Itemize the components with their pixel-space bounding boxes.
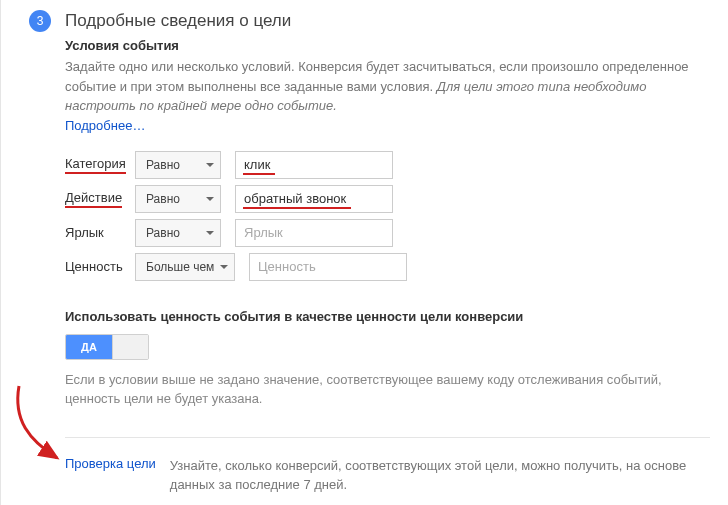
- condition-row-category: Категория Равно: [65, 151, 710, 179]
- caret-down-icon: [206, 163, 214, 167]
- learn-more-link[interactable]: Подробнее…: [65, 118, 145, 133]
- action-label: Действие: [65, 190, 135, 208]
- label-operator-select[interactable]: Равно: [135, 219, 221, 247]
- category-label: Категория: [65, 156, 135, 174]
- caret-down-icon: [220, 265, 228, 269]
- step-title: Подробные сведения о цели: [65, 11, 291, 31]
- caret-down-icon: [206, 197, 214, 201]
- toggle-off-segment: [112, 335, 148, 359]
- step-number-badge: 3: [29, 10, 51, 32]
- action-operator-value: Равно: [146, 192, 180, 206]
- toggle-on-label: ДА: [66, 335, 112, 359]
- value-label: Ценность: [65, 259, 135, 274]
- goal-details-panel: 3 Подробные сведения о цели Условия собы…: [0, 0, 728, 505]
- value-value-input[interactable]: [249, 253, 407, 281]
- label-label: Ярлык: [65, 225, 135, 240]
- value-operator-select[interactable]: Больше чем: [135, 253, 235, 281]
- event-conditions-subtitle: Условия события: [65, 38, 710, 53]
- condition-row-label: Ярлык Равно: [65, 219, 710, 247]
- section-divider: [65, 437, 710, 438]
- use-event-value-note: Если в условии выше не задано значение, …: [65, 370, 710, 409]
- verify-goal-link[interactable]: Проверка цели: [65, 456, 156, 471]
- condition-row-value: Ценность Больше чем: [65, 253, 710, 281]
- use-event-value-toggle[interactable]: ДА: [65, 334, 149, 360]
- value-operator-value: Больше чем: [146, 260, 214, 274]
- label-value-input[interactable]: [235, 219, 393, 247]
- category-operator-value: Равно: [146, 158, 180, 172]
- use-event-value-title: Использовать ценность события в качестве…: [65, 309, 710, 324]
- verify-goal-row: Проверка цели Узнайте, сколько конверсий…: [65, 456, 710, 495]
- verify-goal-desc: Узнайте, сколько конверсий, соответствую…: [170, 456, 710, 495]
- condition-row-action: Действие Равно: [65, 185, 710, 213]
- step-header: 3 Подробные сведения о цели: [1, 10, 728, 32]
- category-operator-select[interactable]: Равно: [135, 151, 221, 179]
- action-operator-select[interactable]: Равно: [135, 185, 221, 213]
- label-operator-value: Равно: [146, 226, 180, 240]
- caret-down-icon: [206, 231, 214, 235]
- event-conditions-description: Задайте одно или несколько условий. Конв…: [65, 57, 710, 116]
